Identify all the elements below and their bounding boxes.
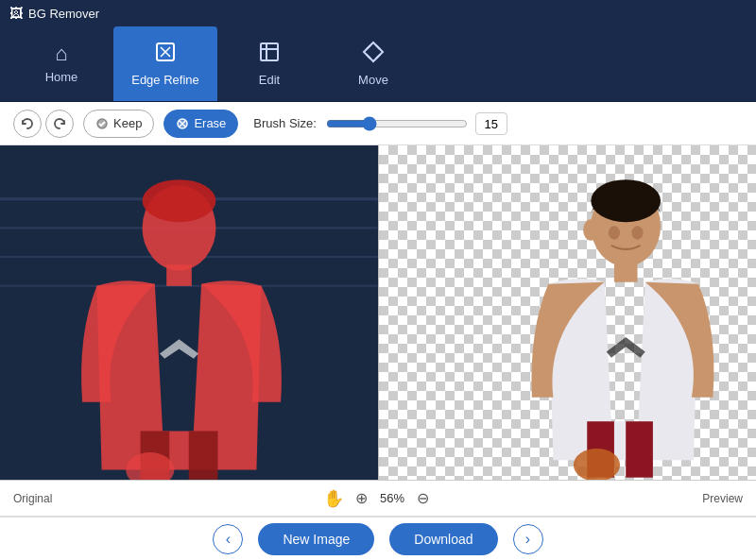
nav-edit-label: Edit <box>259 73 280 87</box>
zoom-value: 56% <box>380 491 404 505</box>
nav-home[interactable]: ⌂ Home <box>9 26 113 101</box>
app-icon: 🖼 <box>9 6 23 21</box>
move-icon <box>362 41 385 67</box>
undo-button[interactable] <box>13 110 42 138</box>
brush-size-label: Brush Size: <box>253 116 316 130</box>
app-title: BG Remover <box>28 7 99 21</box>
zoom-in-button[interactable]: ⊕ <box>352 488 372 509</box>
prev-button[interactable]: ‹ <box>213 524 243 554</box>
svg-point-20 <box>583 219 598 241</box>
svg-point-13 <box>143 179 216 222</box>
svg-rect-16 <box>189 431 218 479</box>
svg-point-25 <box>608 226 619 239</box>
original-canvas[interactable] <box>0 145 378 480</box>
home-icon: ⌂ <box>55 43 67 64</box>
brush-size-value: 15 <box>475 112 507 135</box>
hand-tool-icon[interactable]: ✋ <box>323 488 344 509</box>
nav-move[interactable]: Move <box>321 26 425 101</box>
keep-button[interactable]: Keep <box>83 110 154 138</box>
nav-edge-refine-label: Edge Refine <box>131 73 199 87</box>
preview-label: Preview <box>500 492 743 505</box>
bottom-bar: ‹ New Image Download › <box>0 517 756 560</box>
brush-size-slider[interactable] <box>326 116 468 131</box>
svg-rect-1 <box>261 43 278 60</box>
download-button[interactable]: Download <box>389 523 497 555</box>
zoom-out-button[interactable]: ⊖ <box>412 488 433 509</box>
nav-home-label: Home <box>45 70 78 84</box>
title-bar: 🖼 BG Remover <box>0 0 756 26</box>
svg-rect-21 <box>613 261 637 282</box>
brush-size-control: 15 <box>326 112 507 135</box>
edge-refine-icon <box>154 41 177 67</box>
canvas-area <box>0 145 756 481</box>
svg-rect-23 <box>626 421 653 477</box>
nav-edge-refine[interactable]: Edge Refine <box>113 26 217 101</box>
redo-button[interactable] <box>45 110 74 138</box>
original-label: Original <box>13 492 256 505</box>
svg-rect-14 <box>166 264 192 286</box>
erase-button[interactable]: Erase <box>163 110 238 138</box>
erase-label: Erase <box>194 116 226 130</box>
status-bar: Original ✋ ⊕ 56% ⊖ Preview <box>0 481 756 517</box>
svg-point-26 <box>631 226 643 239</box>
new-image-button[interactable]: New Image <box>258 523 374 555</box>
nav-move-label: Move <box>358 73 388 87</box>
preview-canvas[interactable] <box>378 145 757 480</box>
main-nav: ⌂ Home Edge Refine Edit <box>0 26 756 102</box>
nav-edit[interactable]: Edit <box>217 26 321 101</box>
next-button[interactable]: › <box>513 524 543 554</box>
toolbar: Keep Erase Brush Size: 15 <box>0 102 756 145</box>
edit-icon <box>258 41 281 67</box>
undo-redo-group <box>13 110 74 138</box>
keep-label: Keep <box>113 116 142 130</box>
zoom-controls: ✋ ⊕ 56% ⊖ <box>256 488 499 509</box>
